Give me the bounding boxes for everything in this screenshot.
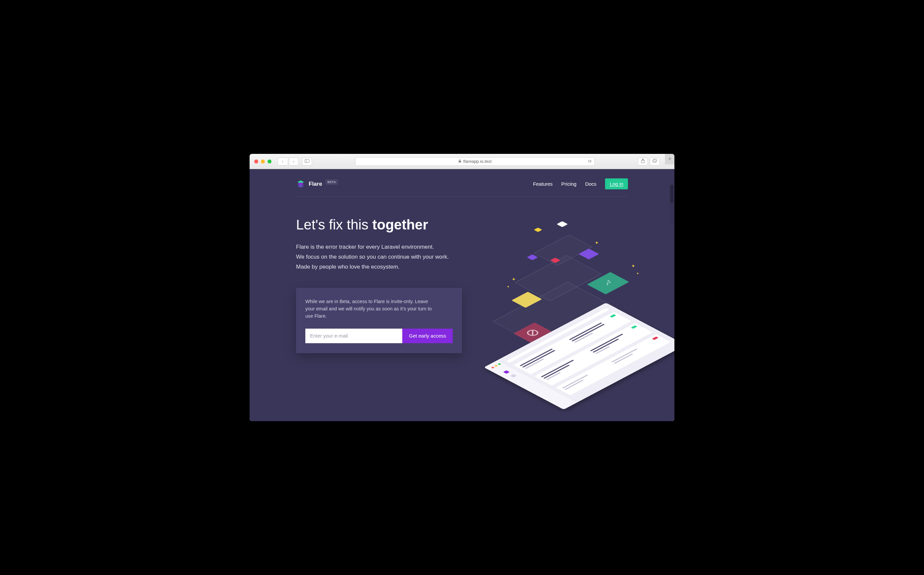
sidebar-icon [305,159,309,164]
hero-illustration [475,217,628,389]
mock-sidebar [484,360,577,410]
mock-card [513,311,632,375]
toolbar-right [638,157,660,165]
svg-rect-0 [305,159,309,162]
float-frame-icon [493,282,617,348]
lock-icon [458,159,461,164]
get-early-access-button[interactable]: Get early access [402,329,453,343]
tile-yellow-icon [511,292,542,308]
float-frame-icon [534,234,593,265]
new-tab-button[interactable]: + [665,154,674,164]
email-field[interactable] [305,329,402,343]
hero-title-prefix: Let's fix this [296,217,373,232]
app-mock-panel [484,303,674,410]
url-text: flareapp.io.test [463,159,492,164]
tile-red-icon [513,322,553,343]
nav-back-forward: ‹ › [277,157,299,165]
hero-desc-line3: Made by people who love the ecosystem. [296,264,400,270]
dot-red-icon [491,367,494,369]
beta-message: While we are in Beta, access to Flare is… [305,298,438,320]
svg-point-9 [526,329,540,336]
tile-green-icon [587,272,629,294]
site-navbar: Flare BETA Features Pricing Docs Log in [296,169,628,197]
isometric-stage [452,214,658,413]
share-button[interactable] [638,157,648,165]
forward-button[interactable]: › [289,157,299,165]
maximize-window-icon[interactable] [268,159,271,164]
nav-link-features[interactable]: Features [533,181,553,187]
address-bar[interactable]: flareapp.io.test ⟳ [355,157,595,166]
status-badge-icon [631,325,637,329]
close-window-icon[interactable] [254,159,258,164]
sparkle-icon [636,272,639,275]
scrollbar[interactable] [670,184,674,224]
page-body: Flare BETA Features Pricing Docs Log in … [250,169,674,421]
chevron-right-icon: › [293,159,295,164]
diamond-white-icon [557,221,568,227]
plus-icon: + [668,156,671,162]
beta-badge: BETA [326,179,338,185]
status-badge-icon [610,314,617,317]
beta-signup-panel: While we are in Beta, access to Flare is… [296,288,462,353]
email-form: Get early access [305,329,453,343]
scrollbar-thumb[interactable] [670,185,674,203]
sidebar-item-icon [503,370,510,374]
nav-link-pricing[interactable]: Pricing [561,181,577,187]
svg-rect-2 [459,161,461,163]
hero: Let's fix this together Flare is the err… [296,197,628,389]
hero-title: Let's fix this together [296,217,462,233]
browser-toolbar: ‹ › flareapp.io.test ⟳ [250,154,674,169]
mock-searchbar [505,307,611,364]
flare-logo-icon [296,179,305,189]
share-icon [641,159,645,164]
svg-rect-4 [653,160,656,162]
sparkle-icon [595,240,599,245]
brand[interactable]: Flare BETA [296,179,338,189]
tabs-icon [653,159,657,164]
sparkle-icon [512,276,516,282]
browser-window: ‹ › flareapp.io.test ⟳ [250,154,674,421]
nav-link-docs[interactable]: Docs [585,181,596,187]
dot-green-icon [497,363,501,365]
mock-card [534,322,653,386]
minimize-window-icon[interactable] [261,159,265,164]
diamond-red-icon [550,258,560,263]
status-badge-icon [652,337,658,340]
hero-copy: Let's fix this together Flare is the err… [296,217,462,389]
hero-desc-line1: Flare is the error tracker for every Lar… [296,244,434,250]
hero-desc-line2: We focus on the solution so you can cont… [296,254,449,260]
sparkle-icon [631,263,635,268]
mock-card [554,334,671,396]
sidebar-item-icon [510,374,517,377]
sidebar-toggle-button[interactable] [302,157,312,165]
tabs-button[interactable] [650,157,660,165]
window-controls [254,159,271,164]
chevron-left-icon: ‹ [282,159,284,164]
diamond-purple-icon [527,254,538,260]
hero-title-emphasis: together [373,217,428,232]
reload-icon[interactable]: ⟳ [588,159,592,164]
svg-rect-5 [653,159,657,162]
brand-name: Flare [309,181,322,187]
tile-purple-icon [578,249,599,260]
dot-yellow-icon [494,365,498,367]
nav-links: Features Pricing Docs Log in [533,178,628,189]
svg-line-10 [528,330,537,335]
diamond-yellow-icon [534,227,542,232]
float-frame-icon [515,255,602,302]
login-button[interactable]: Log in [605,178,628,189]
hero-description: Flare is the error tracker for every Lar… [296,242,462,272]
back-button[interactable]: ‹ [277,157,287,165]
mock-content [505,307,674,399]
sparkle-icon [507,285,510,289]
svg-marker-8 [297,184,304,188]
